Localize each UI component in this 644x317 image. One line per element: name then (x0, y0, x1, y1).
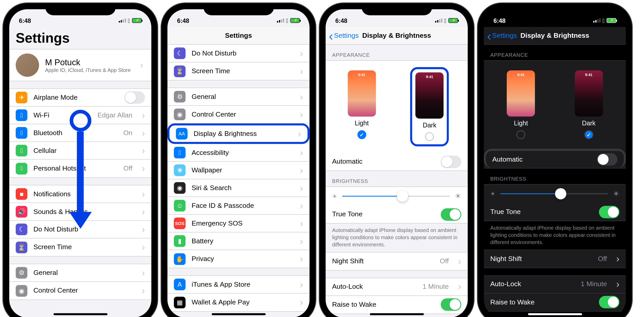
airplane-icon: ✈︎ (16, 92, 27, 103)
notch (203, 3, 274, 15)
home-indicator[interactable] (370, 313, 424, 315)
truetone-row[interactable]: True Tone (326, 206, 468, 223)
apple-id-row[interactable]: M Potuck Apple ID, iCloud, iTunes & App … (9, 49, 151, 81)
phone-frame-1: 6:48 􀙇 ⚡ Settings M Potuck Apple ID, iCl… (3, 3, 157, 317)
truetone-note: Automatically adapt iPhone display based… (326, 223, 468, 252)
dark-radio[interactable] (425, 132, 434, 141)
back-button[interactable]: Settings (487, 32, 517, 40)
dark-radio[interactable] (584, 130, 593, 139)
brightness-low-icon: ☀︎ (490, 191, 495, 197)
automatic-toggle[interactable] (441, 155, 461, 168)
nightshift-row[interactable]: Night Shift Off (484, 250, 626, 268)
dark-preview: 9:41 (575, 70, 603, 117)
status-time: 6:48 (19, 17, 31, 24)
brightness-slider-row[interactable]: ☀︎ ☀︎ (484, 184, 626, 203)
brightness-header: Brightness (484, 169, 626, 184)
itunes-row[interactable]: A iTunes & App Store (167, 276, 309, 294)
brightness-high-icon: ☀︎ (613, 189, 619, 198)
status-icons: 􀙇 ⚡ (119, 17, 142, 24)
hotspot-icon: 􀉣 (16, 163, 27, 174)
home-indicator[interactable] (528, 313, 582, 315)
wallpaper-row[interactable]: ❀ Wallpaper (167, 162, 309, 179)
screen-3: 6:48 􀙇⚡ Settings Display & Brightness Ap… (326, 9, 468, 317)
home-indicator[interactable] (53, 313, 107, 315)
dark-label: Dark (423, 122, 436, 129)
display-scroll[interactable]: Appearance 9:41 Light 9:41 Dark Automa (326, 45, 468, 317)
screentime-row[interactable]: ⏳ Screen Time (167, 62, 309, 80)
settings-scroll[interactable]: ☾ Do Not Disturb ⏳ Screen Time ⚙︎ Genera… (167, 45, 309, 317)
appearance-header: Appearance (326, 45, 468, 60)
appearance-dark-option[interactable]: 9:41 Dark (410, 67, 449, 146)
general-row[interactable]: ⚙︎ General (167, 88, 309, 106)
raise-toggle[interactable] (441, 298, 461, 311)
screentime-icon: ⏳ (174, 65, 185, 77)
automatic-row[interactable]: Automatic (484, 149, 626, 168)
avatar (16, 53, 39, 77)
appearance-dark-option[interactable]: 9:41 Dark (571, 67, 606, 142)
battery-icon: ▮ (174, 235, 185, 247)
battery-row[interactable]: ▮ Battery (167, 232, 309, 250)
control-center-row[interactable]: ◉ Control Center (9, 282, 151, 300)
brightness-slider[interactable] (342, 196, 450, 197)
brightness-header: Brightness (326, 171, 468, 187)
nightshift-row[interactable]: Night Shift Off (326, 252, 468, 270)
airplane-mode-row[interactable]: ✈︎ Airplane Mode (9, 89, 151, 107)
control-center-row[interactable]: ◉ Control Center (167, 106, 309, 124)
navbar-title: Display & Brightness (362, 32, 431, 40)
cellular-icon: 􀖀 (16, 145, 27, 156)
notifications-icon: ■ (16, 188, 27, 200)
display-scroll[interactable]: Appearance 9:41 Light 9:41 Dark Automa (484, 45, 626, 317)
dnd-row[interactable]: ☾ Do Not Disturb (167, 45, 309, 62)
appearance-light-option[interactable]: 9:41 Light (504, 67, 538, 142)
screen-4: 6:48 􀙇⚡ Settings Display & Brightness Ap… (484, 9, 626, 317)
autolock-row[interactable]: Auto-Lock 1 Minute (326, 278, 468, 296)
notch (520, 3, 590, 15)
bluetooth-icon: 􀖀 (16, 127, 27, 139)
raise-toggle[interactable] (599, 296, 620, 309)
dnd-icon: ☾ (174, 48, 185, 59)
light-radio[interactable] (516, 130, 525, 139)
automatic-row[interactable]: Automatic (326, 153, 468, 171)
brightness-slider[interactable] (500, 193, 608, 194)
brightness-low-icon: ☀︎ (332, 193, 337, 199)
control-center-icon: ◉ (16, 285, 27, 296)
profile-name: M Potuck (45, 57, 131, 67)
wifi-icon: 􀙇 (128, 17, 130, 24)
status-time: 6:48 (177, 17, 189, 24)
display-icon: AA (176, 128, 187, 139)
siri-row[interactable]: ◉ Siri & Search (167, 179, 309, 197)
screentime-row[interactable]: ⏳ Screen Time (9, 238, 151, 256)
truetone-toggle[interactable] (599, 206, 620, 218)
appstore-icon: A (174, 279, 185, 290)
light-radio[interactable] (357, 130, 366, 139)
notch (361, 3, 432, 15)
airplane-toggle[interactable] (124, 91, 145, 104)
autolock-row[interactable]: Auto-Lock 1 Minute (484, 276, 626, 293)
appearance-light-option[interactable]: 9:41 Light (344, 67, 379, 146)
phone-frame-4: 6:48 􀙇⚡ Settings Display & Brightness Ap… (478, 3, 632, 317)
emergency-sos-row[interactable]: SOS Emergency SOS (167, 215, 309, 232)
wallet-row[interactable]: ▦ Wallet & Apple Pay (167, 293, 309, 311)
truetone-row[interactable]: True Tone (484, 203, 626, 221)
dark-label: Dark (582, 120, 596, 127)
back-button[interactable]: Settings (329, 32, 359, 40)
truetone-toggle[interactable] (441, 208, 461, 221)
privacy-row[interactable]: ✋ Privacy (167, 250, 309, 268)
sos-icon: SOS (174, 218, 185, 229)
screentime-icon: ⏳ (16, 241, 27, 253)
sounds-icon: 🔊 (16, 206, 27, 217)
dnd-icon: ☾ (16, 223, 27, 235)
profile-subtitle: Apple ID, iCloud, iTunes & App Store (45, 67, 131, 73)
home-indicator[interactable] (211, 313, 265, 315)
brightness-slider-row[interactable]: ☀︎ ☀︎ (326, 187, 468, 206)
status-time: 6:48 (494, 17, 506, 24)
accessibility-row[interactable]: 􀕾 Accessibility (167, 144, 309, 162)
general-row[interactable]: ⚙︎ General (9, 264, 151, 282)
raise-to-wake-row[interactable]: Raise to Wake (326, 296, 468, 313)
display-brightness-row[interactable]: AA Display & Brightness (167, 123, 309, 144)
raise-to-wake-row[interactable]: Raise to Wake (484, 293, 626, 311)
light-preview: 9:41 (507, 70, 535, 117)
scroll-down-annotation (69, 110, 92, 229)
automatic-toggle[interactable] (597, 153, 618, 166)
faceid-row[interactable]: ☺ Face ID & Passcode (167, 197, 309, 215)
